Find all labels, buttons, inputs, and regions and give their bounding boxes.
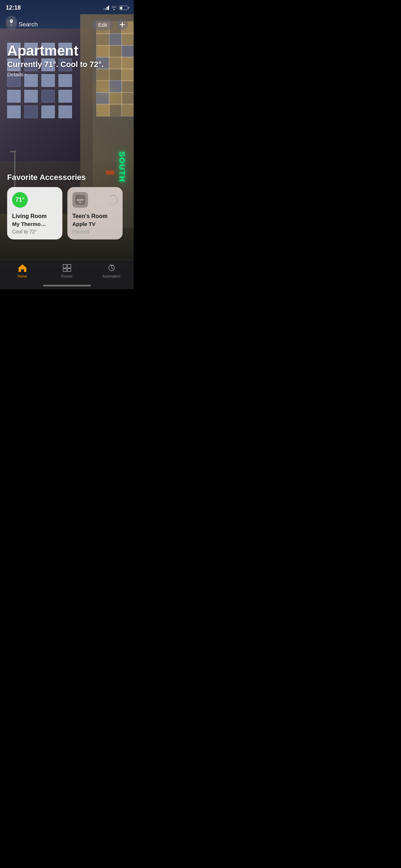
add-button[interactable] <box>117 19 128 30</box>
location-button[interactable] <box>6 16 17 27</box>
appletv-device-name: Apple TV <box>72 221 118 227</box>
home-title: Apartment <box>7 43 127 58</box>
battery-icon <box>119 6 128 10</box>
svg-rect-4 <box>67 264 71 268</box>
appletv-room-name: Teen's Room <box>72 213 118 219</box>
rooms-icon <box>62 264 72 272</box>
appletv-logo: apple tv <box>75 195 85 205</box>
nav-bar: ‹ Search Edit <box>0 16 134 33</box>
details-chevron-icon: › <box>25 72 26 77</box>
appletv-card[interactable]: apple tv Teen's Room Apple TV Paused <box>67 187 123 239</box>
appletv-status: Paused <box>72 229 118 234</box>
details-label: Details <box>7 71 24 77</box>
thermostat-device-name: My Thermo… <box>12 221 57 227</box>
accessories-row: 71° Living Room My Thermo… Cool to 72° a… <box>7 187 127 239</box>
automation-tab-icon <box>107 263 117 273</box>
card-top-appletv: apple tv <box>72 192 118 208</box>
plus-icon <box>120 22 125 27</box>
thermostat-card[interactable]: 71° Living Room My Thermo… Cool to 72° <box>7 187 62 239</box>
svg-rect-3 <box>63 264 67 268</box>
signal-icon <box>103 6 109 10</box>
home-info: Apartment Currently 71°. Cool to 72°. De… <box>0 36 134 77</box>
edit-button[interactable]: Edit <box>92 19 113 30</box>
automation-tab-label: Automation <box>102 274 120 278</box>
house-icon <box>18 264 27 272</box>
appletv-icon: apple tv <box>72 192 88 208</box>
back-label: Search <box>19 21 38 28</box>
loading-spinner <box>108 195 118 205</box>
location-icon <box>9 19 14 24</box>
favorites-title: Favorite Accessories <box>7 173 127 182</box>
wifi-icon <box>111 6 117 10</box>
card-top-thermostat: 71° <box>12 192 57 208</box>
svg-text:tv: tv <box>79 201 81 203</box>
thermostat-badge: 71° <box>12 192 28 208</box>
thermostat-status: Cool to 72° <box>12 229 57 234</box>
status-bar: 12:18 <box>0 0 134 16</box>
automation-icon <box>107 264 116 272</box>
home-indicator <box>43 285 91 286</box>
thermostat-temp: 71° <box>15 196 25 203</box>
nav-actions: Edit <box>92 19 128 30</box>
svg-rect-6 <box>67 269 71 272</box>
rooms-tab-label: Rooms <box>61 274 73 278</box>
svg-rect-5 <box>63 269 67 272</box>
home-tab-icon <box>17 263 27 273</box>
tab-rooms[interactable]: Rooms <box>45 263 89 278</box>
home-temperature: Currently 71°. Cool to 72°. <box>7 60 127 69</box>
tab-automation[interactable]: Automation <box>89 263 134 278</box>
favorites-section: Favorite Accessories 71° Living Room My … <box>0 173 134 239</box>
details-link[interactable]: Details › <box>7 71 127 77</box>
thermostat-room-name: Living Room <box>12 213 57 219</box>
status-time: 12:18 <box>6 4 21 11</box>
tab-home[interactable]: Home <box>0 263 45 278</box>
rooms-tab-icon <box>62 263 72 273</box>
status-icons <box>103 6 128 10</box>
home-tab-label: Home <box>17 274 27 278</box>
